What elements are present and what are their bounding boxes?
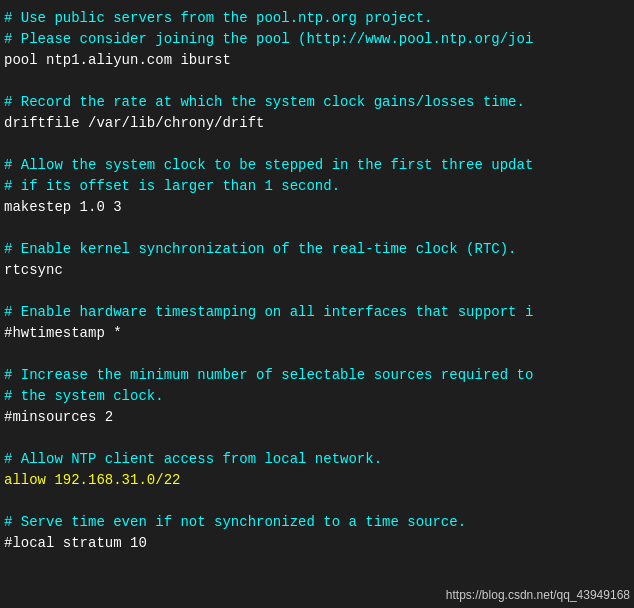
empty-line bbox=[4, 344, 630, 365]
code-line: allow 192.168.31.0/22 bbox=[4, 470, 630, 491]
code-line: #local stratum 10 bbox=[4, 533, 630, 554]
code-lines: # Use public servers from the pool.ntp.o… bbox=[4, 8, 630, 554]
code-line: # Allow NTP client access from local net… bbox=[4, 449, 630, 470]
code-line: # Record the rate at which the system cl… bbox=[4, 92, 630, 113]
code-line: # if its offset is larger than 1 second. bbox=[4, 176, 630, 197]
code-line: # Increase the minimum number of selecta… bbox=[4, 365, 630, 386]
code-line: #hwtimestamp * bbox=[4, 323, 630, 344]
watermark-label: https://blog.csdn.net/qq_43949168 bbox=[446, 588, 630, 602]
code-line: pool ntp1.aliyun.com iburst bbox=[4, 50, 630, 71]
code-line: # Allow the system clock to be stepped i… bbox=[4, 155, 630, 176]
code-editor: # Use public servers from the pool.ntp.o… bbox=[0, 0, 634, 608]
code-line: # Please consider joining the pool (http… bbox=[4, 29, 630, 50]
code-line: # Use public servers from the pool.ntp.o… bbox=[4, 8, 630, 29]
empty-line bbox=[4, 281, 630, 302]
empty-line bbox=[4, 491, 630, 512]
empty-line bbox=[4, 134, 630, 155]
empty-line bbox=[4, 71, 630, 92]
code-line: # Enable kernel synchronization of the r… bbox=[4, 239, 630, 260]
empty-line bbox=[4, 218, 630, 239]
code-line: makestep 1.0 3 bbox=[4, 197, 630, 218]
code-line: driftfile /var/lib/chrony/drift bbox=[4, 113, 630, 134]
empty-line bbox=[4, 428, 630, 449]
code-line: #minsources 2 bbox=[4, 407, 630, 428]
code-line: # Serve time even if not synchronized to… bbox=[4, 512, 630, 533]
code-line: # Enable hardware timestamping on all in… bbox=[4, 302, 630, 323]
code-line: rtcsync bbox=[4, 260, 630, 281]
code-line: # the system clock. bbox=[4, 386, 630, 407]
